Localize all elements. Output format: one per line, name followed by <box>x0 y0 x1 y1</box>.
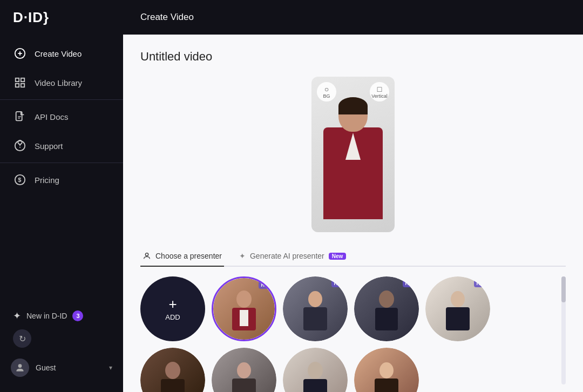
sidebar-item-label-video-library: Video Library <box>35 78 82 87</box>
svg-rect-35 <box>375 379 398 392</box>
presenter-card-4[interactable]: HQ <box>425 276 490 341</box>
presenter-figure <box>315 86 391 232</box>
plus-circle-icon <box>13 46 27 60</box>
svg-rect-21 <box>240 310 248 326</box>
hq-badge-2: HQ <box>331 280 345 287</box>
avatar <box>11 359 29 377</box>
presenter-head <box>338 97 368 132</box>
guest-name: Guest <box>36 363 103 372</box>
svg-point-22 <box>308 291 322 307</box>
presenter-avatar-6 <box>212 348 276 392</box>
svg-rect-27 <box>446 307 470 330</box>
svg-text:$: $ <box>18 177 21 183</box>
tab-label-choose: Choose a presenter <box>155 252 222 260</box>
sidebar-item-video-library[interactable]: Video Library <box>0 68 123 97</box>
tabs-row: Choose a presenter ✦ Generate AI present… <box>140 247 566 267</box>
svg-point-28 <box>165 362 180 379</box>
document-icon <box>13 110 27 124</box>
presenter-card-6[interactable] <box>212 348 276 392</box>
sparkle-tab-icon: ✦ <box>239 252 246 260</box>
add-icon: + <box>168 297 177 311</box>
tab-choose-presenter[interactable]: Choose a presenter <box>140 247 224 267</box>
divider-1 <box>0 99 123 100</box>
presenter-avatar-7 <box>283 348 348 392</box>
new-in-did-label: New in D-ID <box>26 312 67 320</box>
dollar-circle-icon: $ <box>13 173 27 187</box>
sidebar: D·ID} Create Video Video Library API Doc… <box>0 0 123 392</box>
sidebar-item-create-video[interactable]: Create Video <box>0 39 123 68</box>
svg-rect-31 <box>232 379 256 392</box>
divider-2 <box>0 163 123 163</box>
svg-point-18 <box>145 253 148 256</box>
content-area: Untitled video ○ BG □ Vertical <box>123 35 583 392</box>
sidebar-item-api-docs[interactable]: API Docs <box>0 102 123 131</box>
presenter-preview-wrapper: ○ BG □ Vertical <box>140 77 566 232</box>
person-icon <box>143 252 151 260</box>
presenter-avatar-5 <box>140 348 205 392</box>
svg-rect-33 <box>303 379 327 392</box>
nav-section: Create Video Video Library API Docs Supp… <box>0 35 123 302</box>
add-label: ADD <box>165 313 180 321</box>
presenters-area: + ADD HQ HQ HQ <box>140 276 566 392</box>
presenter-card-2[interactable]: HQ <box>283 276 348 341</box>
top-bar-title: Create Video <box>140 12 194 23</box>
svg-point-17 <box>18 364 22 368</box>
presenter-card-1[interactable]: HQ <box>212 276 276 341</box>
svg-rect-4 <box>21 78 24 82</box>
presenter-body <box>323 127 383 219</box>
sidebar-item-label-support: Support <box>35 141 63 151</box>
new-in-did[interactable]: ✦ New in D-ID 3 <box>0 302 123 329</box>
new-badge: 3 <box>72 310 83 321</box>
presenter-card-3[interactable]: HQ <box>354 276 419 341</box>
sidebar-item-pricing[interactable]: $ Pricing <box>0 165 123 194</box>
svg-rect-3 <box>16 78 19 82</box>
main-content: Create Video Untitled video ○ BG □ Verti… <box>123 0 583 392</box>
sidebar-bottom: ✦ New in D-ID 3 ↻ Guest ▾ <box>0 302 123 392</box>
svg-rect-6 <box>21 84 24 87</box>
tab-new-badge: New <box>329 253 347 260</box>
page-title[interactable]: Untitled video <box>140 50 566 64</box>
svg-rect-5 <box>16 84 19 87</box>
presenter-avatar-8 <box>354 348 419 392</box>
presenter-card-8[interactable] <box>354 348 419 392</box>
presenter-collar <box>345 133 361 160</box>
top-bar: Create Video <box>123 0 583 35</box>
scrollbar-track <box>561 276 566 384</box>
logo-text: D·ID} <box>13 9 49 26</box>
guest-row[interactable]: Guest ▾ <box>0 352 123 383</box>
grid-icon <box>13 76 27 90</box>
add-presenter-button[interactable]: + ADD <box>140 276 205 341</box>
presenter-hair <box>338 97 368 114</box>
help-circle-icon <box>13 139 27 153</box>
presenter-card-5[interactable] <box>140 348 205 392</box>
presenter-card-7[interactable] <box>283 348 348 392</box>
chevron-down-icon: ▾ <box>109 364 112 371</box>
logo: D·ID} <box>0 0 123 35</box>
hq-badge-1: HQ <box>259 281 272 289</box>
svg-point-14 <box>19 147 21 148</box>
svg-point-26 <box>451 291 465 307</box>
sidebar-item-label-create-video: Create Video <box>35 49 82 58</box>
hq-badge-4: HQ <box>474 280 487 287</box>
sidebar-item-label-api-docs: API Docs <box>35 112 69 121</box>
svg-point-24 <box>379 290 394 308</box>
svg-point-19 <box>236 290 252 308</box>
svg-rect-29 <box>161 379 185 392</box>
tab-generate-ai[interactable]: ✦ Generate AI presenter New <box>237 247 348 267</box>
sidebar-item-label-pricing: Pricing <box>35 175 59 185</box>
refresh-button[interactable]: ↻ <box>13 329 31 348</box>
refresh-icon: ↻ <box>19 334 26 344</box>
svg-point-32 <box>308 362 323 379</box>
scrollbar-thumb[interactable] <box>561 276 566 302</box>
tab-label-generate: Generate AI presenter <box>250 252 324 260</box>
svg-point-30 <box>237 362 251 379</box>
svg-point-34 <box>379 362 394 379</box>
sparkle-icon: ✦ <box>13 310 21 322</box>
svg-rect-25 <box>375 308 398 330</box>
hq-badge-3: HQ <box>403 280 416 287</box>
sidebar-item-support[interactable]: Support <box>0 131 123 160</box>
svg-rect-23 <box>303 307 327 330</box>
presenter-preview: ○ BG □ Vertical <box>311 77 395 232</box>
